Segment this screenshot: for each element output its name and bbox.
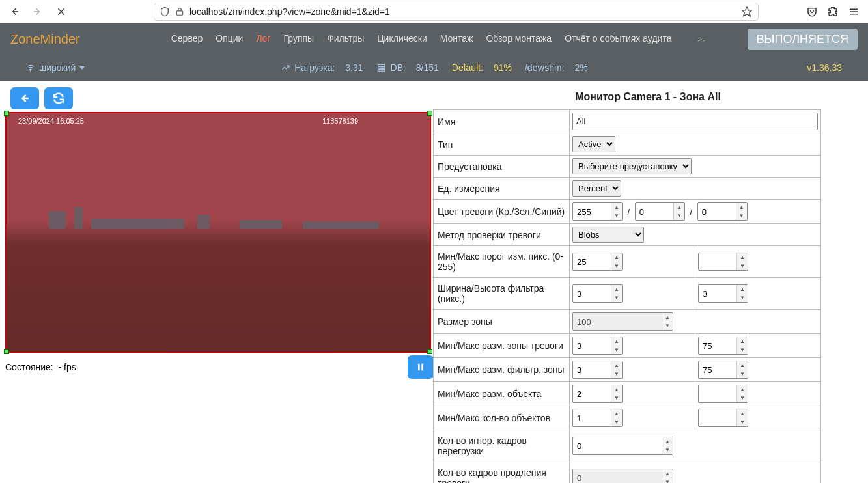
back-button[interactable]	[5, 3, 23, 21]
extensions-icon[interactable]	[824, 3, 842, 21]
filter-area-max[interactable]	[699, 365, 736, 375]
name-input[interactable]	[572, 113, 818, 130]
alarm-area-max[interactable]	[699, 341, 736, 351]
label-overload: Кол-во игнор. кадров перегрузки	[434, 430, 570, 462]
filter-area-min[interactable]	[573, 365, 611, 375]
nav-links: Сервер Опции Лог Группы Фильтры Цикличес…	[171, 33, 707, 45]
nav-cycle[interactable]: Циклически	[377, 33, 427, 45]
svg-rect-4	[176, 10, 182, 14]
svg-point-9	[30, 70, 31, 71]
preview-timestamp: 23/09/2024 16:05:25	[18, 117, 84, 125]
svg-rect-14	[418, 364, 420, 371]
db-stat[interactable]: DB: 8/151	[376, 62, 439, 73]
refresh-button[interactable]	[44, 87, 73, 109]
url-input[interactable]	[189, 7, 736, 17]
label-filter-area: Мин/Макс разм. фильтр. зоны	[434, 358, 570, 382]
alarm-area-min[interactable]	[573, 341, 611, 351]
pixel-thresh-max[interactable]	[699, 257, 736, 267]
blob-area-max[interactable]	[699, 389, 736, 399]
alarm-b-input[interactable]	[698, 207, 736, 217]
state-text: Состояние: - fps	[5, 362, 76, 372]
extend-input	[573, 473, 662, 483]
nav-audit[interactable]: Отчёт о событиях аудита	[565, 33, 671, 45]
nav-more-caret[interactable]: ︿	[697, 33, 706, 45]
content: 23/09/2024 16:05:25 113578139 Состояние:…	[0, 81, 868, 483]
filter-w-input[interactable]	[573, 289, 611, 299]
zone-preview[interactable]: 23/09/2024 16:05:25 113578139	[5, 112, 431, 353]
bookmark-star-icon[interactable]	[741, 6, 753, 18]
label-preset: Предустановка	[434, 156, 570, 178]
zone-handle-tr[interactable]	[427, 111, 432, 116]
units-select[interactable]: Percent	[572, 180, 621, 197]
svg-rect-11	[378, 67, 385, 69]
page-title: Монитор Camera 1 - Зона All	[433, 91, 863, 103]
label-blobs: Мин/Макс кол-во объектов	[434, 406, 570, 430]
pixel-thresh-min[interactable]	[573, 257, 611, 267]
label-units: Ед. измерения	[434, 178, 570, 200]
trend-icon	[280, 63, 290, 72]
label-zone-area: Размер зоны	[434, 310, 570, 334]
lock-icon	[175, 7, 184, 17]
label-type: Тип	[434, 133, 570, 156]
label-blob-area: Мин/Макс разм. объекта	[434, 382, 570, 406]
nav-log[interactable]: Лог	[256, 33, 270, 45]
pause-button[interactable]	[408, 355, 434, 379]
load-stat[interactable]: Нагрузка: 3.31	[280, 62, 363, 73]
zone-area-input	[573, 317, 662, 327]
preset-select[interactable]: Выберите предустановку	[572, 158, 692, 174]
blobs-max[interactable]	[699, 413, 736, 423]
chevron-down-icon	[79, 66, 85, 70]
menu-icon[interactable]	[845, 3, 863, 21]
nav-groups[interactable]: Группы	[284, 33, 315, 45]
back-page-button[interactable]	[10, 87, 39, 109]
nav-options[interactable]: Опции	[216, 33, 243, 45]
svg-rect-15	[421, 364, 423, 371]
label-alarm-color: Цвет тревоги (Кр./Зел./Синий)	[434, 200, 570, 224]
blobs-min[interactable]	[573, 413, 611, 423]
version-link[interactable]: v1.36.33	[807, 62, 842, 73]
shm-stat[interactable]: /dev/shm: 2%	[525, 62, 588, 73]
zone-settings-table: Имя Тип Active Предустановка Выберите пр…	[433, 109, 821, 483]
check-method-select[interactable]: Blobs	[572, 227, 644, 243]
stop-button[interactable]	[52, 3, 70, 21]
app-navbar: ZoneMinder Сервер Опции Лог Группы Фильт…	[0, 23, 868, 55]
address-bar	[154, 3, 759, 21]
nav-montage[interactable]: Монтаж	[440, 33, 473, 45]
nav-filters[interactable]: Фильтры	[327, 33, 364, 45]
pocket-icon[interactable]	[803, 3, 821, 21]
status-bar: широкий Нагрузка: 3.31 DB: 8/151 Default…	[0, 55, 868, 81]
default-stat[interactable]: Default: 91%	[452, 62, 512, 73]
label-check-method: Метод проверки тревоги	[434, 224, 570, 246]
run-state-badge[interactable]: ВЫПОЛНЯЕТСЯ	[748, 29, 858, 50]
label-alarm-area: Мин/Макс разм. зоны тревоги	[434, 334, 570, 358]
type-select[interactable]: Active	[572, 136, 615, 152]
label-filter-wh: Ширина/Высота фильтра (пикс.)	[434, 278, 570, 310]
svg-rect-10	[378, 64, 385, 66]
zone-handle-tl[interactable]	[4, 111, 9, 116]
svg-marker-5	[742, 7, 752, 16]
alarm-g-input[interactable]	[636, 207, 673, 217]
label-extend: Кол-во кадров продления тревоги	[434, 462, 570, 484]
zone-handle-br[interactable]	[427, 349, 432, 354]
preview-frame: 113578139	[322, 117, 358, 125]
browser-toolbar	[0, 0, 868, 23]
zone-handle-bl[interactable]	[4, 349, 9, 354]
pause-icon	[415, 362, 426, 372]
label-pixel-thresh: Мин/Макс порог изм. пикс. (0-255)	[434, 246, 570, 278]
blob-area-min[interactable]	[573, 389, 611, 399]
storage-icon	[376, 63, 387, 72]
bandwidth-selector[interactable]: широкий	[26, 62, 85, 73]
refresh-icon	[52, 92, 65, 105]
overload-input[interactable]	[573, 441, 662, 451]
wifi-icon	[26, 63, 35, 72]
nav-review[interactable]: Обзор монтажа	[486, 33, 552, 45]
brand-logo[interactable]: ZoneMinder	[10, 32, 80, 47]
shield-icon	[160, 7, 170, 17]
nav-server[interactable]: Сервер	[171, 33, 203, 45]
alarm-r-input[interactable]	[573, 207, 611, 217]
arrow-left-icon	[18, 92, 31, 105]
label-name: Имя	[434, 110, 570, 133]
filter-h-input[interactable]	[699, 289, 736, 299]
bandwidth-label: широкий	[39, 62, 76, 73]
forward-button[interactable]	[29, 3, 47, 21]
